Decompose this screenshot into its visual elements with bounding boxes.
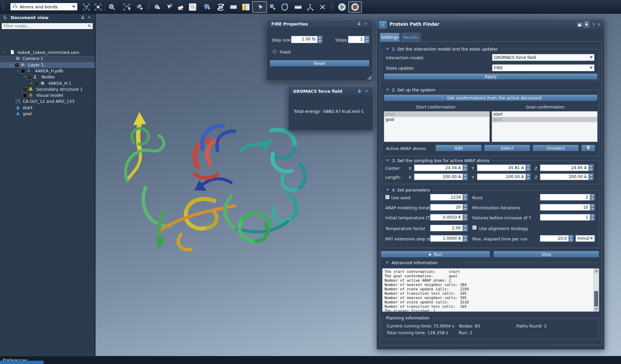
spin-down-button[interactable]: ▼ xyxy=(589,168,593,171)
reset-button[interactable]: Reset xyxy=(270,60,369,67)
panel-titlebar[interactable]: GROMACS force field ✕ xyxy=(288,87,373,96)
unselect-button[interactable]: Unselect xyxy=(533,145,579,151)
help-icon[interactable]: ? xyxy=(592,22,595,27)
spin-up-button[interactable]: ▲ xyxy=(463,194,467,197)
tree-item-4akea-h-pdb[interactable]: −4AKEA_H.pdb xyxy=(0,68,95,74)
spin-up-button[interactable]: ▲ xyxy=(463,235,467,238)
seed-spinner[interactable]: 1234▲▼ xyxy=(430,194,468,201)
step-size-spinner[interactable]: 1.00 fs▲▼ xyxy=(291,36,322,43)
visibility-checkbox[interactable]: ✓ xyxy=(34,81,39,86)
deselect-button[interactable] xyxy=(92,1,104,13)
length-z-spinner[interactable]: 200.00 A▲▼ xyxy=(540,173,594,180)
collapse-expander[interactable]: − xyxy=(23,74,27,80)
close-icon[interactable]: ✕ xyxy=(597,22,601,27)
stop-button[interactable]: Stop xyxy=(493,251,599,258)
filter-nodes-input[interactable] xyxy=(1,23,93,29)
interaction-model-combo[interactable]: GROMACS force field xyxy=(492,54,595,61)
length-y-spinner[interactable]: 200.00 A▲▼ xyxy=(477,173,531,180)
select-connected-button[interactable] xyxy=(80,1,92,13)
spin-up-button[interactable]: ▲ xyxy=(365,36,369,40)
goal-conformation-list[interactable]: startgoal xyxy=(492,111,598,142)
tab-results[interactable]: Results xyxy=(401,33,421,42)
collapse-expander[interactable]: − xyxy=(3,50,7,56)
toolbar-grip[interactable] xyxy=(330,3,333,10)
spin-up-button[interactable]: ▲ xyxy=(463,225,467,228)
apply-button[interactable]: Apply xyxy=(384,73,598,80)
list-item-goal[interactable]: goal xyxy=(384,117,489,122)
fixed-radio[interactable] xyxy=(272,49,277,54)
spin-up-button[interactable]: ▲ xyxy=(590,214,595,217)
select-button[interactable]: Select xyxy=(484,145,530,151)
close-icon[interactable]: ✕ xyxy=(365,89,368,93)
toolbar-grip[interactable] xyxy=(147,3,150,10)
spin-up-button[interactable]: ▲ xyxy=(590,204,595,207)
log-scrollbar[interactable]: ▲ ▼ xyxy=(594,269,599,311)
lock-icon[interactable] xyxy=(583,21,590,28)
collapse-expander[interactable]: − xyxy=(9,62,13,68)
spin-up-button[interactable]: ▲ xyxy=(589,174,593,177)
add-atom-plus-button[interactable] xyxy=(133,1,145,13)
record-button[interactable] xyxy=(348,1,362,13)
use-seed-checkbox[interactable]: ✓ xyxy=(385,195,390,199)
advanced-information-log[interactable]: The start conformation: start The goal c… xyxy=(382,268,599,312)
add-to-selection-button[interactable] xyxy=(121,1,133,13)
state-update-combo[interactable]: FIRE xyxy=(492,64,595,71)
max-time-spinner[interactable]: 20.0▲▼ xyxy=(540,235,573,242)
tree-item-4akea-h-1[interactable]: +✓M4AKEA_H 1 xyxy=(0,80,95,86)
pointer-settings-button[interactable] xyxy=(163,1,175,13)
periodic-table-button[interactable] xyxy=(239,1,252,13)
spin-down-button[interactable]: ▼ xyxy=(569,238,573,242)
collapse-icon[interactable] xyxy=(386,48,389,50)
temperature-factor-spinner[interactable]: 2.00▲▼ xyxy=(430,225,468,231)
tab-settings[interactable]: Settings xyxy=(380,33,400,42)
tree-item-ca-gly-12-and-arg-123[interactable]: CA GLY_12 and ARG_123 xyxy=(0,98,95,104)
close-icon[interactable]: ✕ xyxy=(364,21,368,26)
visibility-checkbox[interactable]: ✓ xyxy=(23,87,27,92)
visibility-checkbox[interactable] xyxy=(21,69,25,73)
spin-up-button[interactable]: ▲ xyxy=(463,214,467,217)
eraser-button[interactable] xyxy=(175,1,186,13)
camera-view-button[interactable] xyxy=(215,1,227,13)
list-item-start[interactable]: start xyxy=(492,112,597,117)
scroll-thumb[interactable] xyxy=(594,291,598,306)
spin-up-button[interactable]: ▲ xyxy=(463,165,467,168)
tree-item-goal[interactable]: goal xyxy=(0,111,95,117)
tree-item-secondary-structure-1[interactable]: ✓Secondary structure 1 xyxy=(0,86,95,92)
spin-up-button[interactable]: ▲ xyxy=(590,194,595,197)
resize-grip[interactable] xyxy=(367,75,371,80)
twist-tool-button[interactable] xyxy=(317,1,328,13)
collapse-icon[interactable] xyxy=(386,262,389,264)
ring-fragment-button[interactable] xyxy=(186,1,199,13)
spin-down-button[interactable]: ▼ xyxy=(318,40,322,43)
get-conformations-button[interactable]: Get conformations from the active docume… xyxy=(384,94,598,101)
collapse-icon[interactable] xyxy=(386,189,389,191)
rectangle-select-button[interactable] xyxy=(267,1,278,13)
spin-down-button[interactable]: ▼ xyxy=(365,40,369,43)
list-item-goal[interactable]: goal xyxy=(492,117,597,122)
max-time-unit-combo[interactable]: minut xyxy=(575,235,595,242)
save-icon[interactable] xyxy=(577,22,582,28)
tree-item-4akea-1akea-minimized-sam[interactable]: −4akeA_1akeA_minimized.sam xyxy=(0,50,95,56)
tree-item-nodes[interactable]: −✓Nodes xyxy=(0,74,95,80)
select-tool-button[interactable] xyxy=(252,1,267,13)
scroll-down-button[interactable]: ▼ xyxy=(594,307,599,311)
collapse-icon[interactable] xyxy=(386,89,389,91)
center-y-spinner[interactable]: 45.81 A▲▼ xyxy=(477,164,531,171)
tree-item-start[interactable]: start xyxy=(0,105,95,111)
spin-up-button[interactable]: ▲ xyxy=(463,174,467,177)
expand-expander[interactable]: + xyxy=(29,80,33,86)
display-mode-selector[interactable]: Atoms and bonds xyxy=(10,3,78,11)
initial-temperature-spinner[interactable]: 0.0010 K▲▼ xyxy=(430,214,468,221)
collapse-icon[interactable] xyxy=(386,159,389,162)
axes-tool-button[interactable] xyxy=(305,1,316,13)
length-x-spinner[interactable]: 200.00 A▲▼ xyxy=(414,173,468,180)
use-alignment-checkbox[interactable]: ✓ xyxy=(472,225,477,230)
center-z-spinner[interactable]: 24.65 A▲▼ xyxy=(540,164,594,171)
panel-titlebar[interactable]: FIRE Properties ✕ xyxy=(267,19,372,29)
spin-down-button[interactable]: ▼ xyxy=(463,228,467,231)
spin-up-button[interactable]: ▲ xyxy=(589,165,593,168)
zoom-button[interactable] xyxy=(107,1,117,13)
min-iterations-spinner[interactable]: 10▲▼ xyxy=(540,204,595,211)
spin-down-button[interactable]: ▼ xyxy=(590,217,595,221)
spin-down-button[interactable]: ▼ xyxy=(463,238,467,242)
